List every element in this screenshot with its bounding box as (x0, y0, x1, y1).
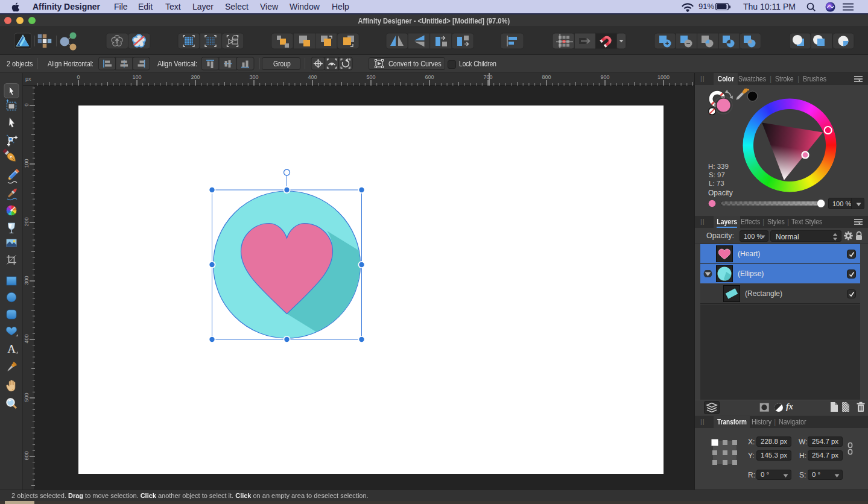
svg-text:A: A (7, 342, 16, 355)
